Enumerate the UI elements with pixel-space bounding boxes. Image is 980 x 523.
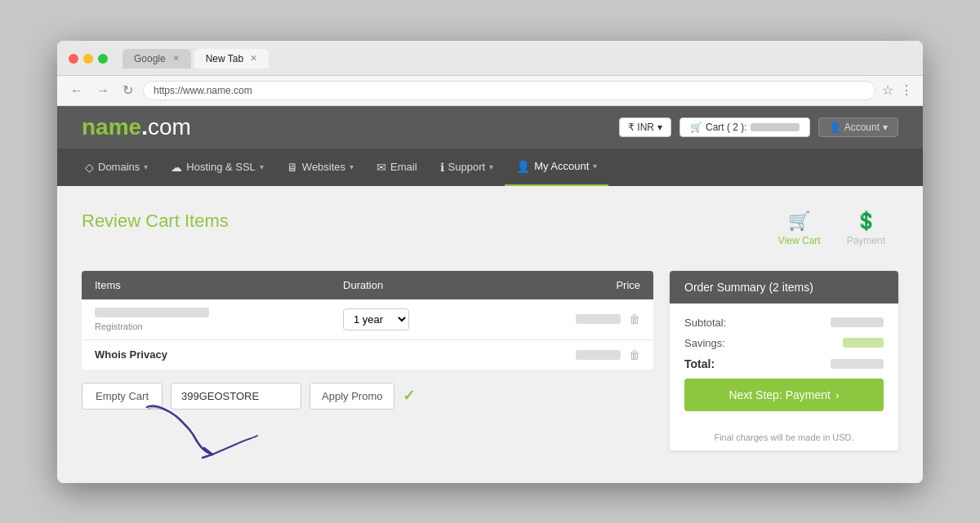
col-items: Items: [82, 271, 330, 299]
cart-item-1-duration-select[interactable]: 1 year 2 years 5 years: [343, 308, 409, 330]
cart-item-2-price-area: 🗑: [506, 348, 640, 361]
cart-item-2-price-blurred: [576, 350, 621, 360]
tab-newtab-label: New Tab: [206, 53, 243, 64]
subtotal-label: Subtotal:: [684, 317, 726, 329]
step-view-cart[interactable]: 🛒 View Cart: [765, 211, 834, 246]
domains-label: Domains: [98, 161, 140, 173]
site-nav: ◇ Domains ▾ ☁ Hosting & SSL ▾ 🖥 Websites…: [57, 148, 923, 186]
hosting-icon: ☁: [171, 161, 182, 174]
cart-label: Cart ( 2 ):: [706, 122, 747, 133]
toolbar-right-icons: ☆ ⋮: [882, 82, 913, 98]
address-bar[interactable]: https://www.name.com: [143, 81, 875, 100]
window-controls: [69, 54, 108, 64]
account-icon: 👤: [829, 122, 841, 133]
support-label: Support: [448, 161, 486, 173]
back-button[interactable]: ←: [67, 82, 87, 100]
hosting-chevron-icon: ▾: [260, 162, 264, 171]
cart-item-2-name-cell: Whois Privacy: [82, 339, 330, 370]
websites-chevron-icon: ▾: [350, 162, 354, 171]
hosting-label: Hosting & SSL: [186, 161, 256, 173]
account-button[interactable]: 👤 Account ▾: [818, 117, 898, 137]
forward-button[interactable]: →: [93, 82, 113, 100]
account-label: Account: [844, 122, 880, 133]
checkout-steps: 🛒 View Cart 💲 Payment: [765, 211, 898, 246]
step-payment[interactable]: 💲 Payment: [834, 211, 898, 246]
page-layout: Items Duration Price Registration: [82, 271, 898, 450]
sidebar-item-support[interactable]: ℹ Support ▾: [429, 149, 506, 185]
sidebar-item-websites[interactable]: 🖥 Websites ▾: [275, 149, 365, 185]
cart-table-header-row: Items Duration Price: [82, 271, 653, 299]
cart-item-2-duration-cell: [330, 339, 493, 370]
total-row: Total:: [684, 357, 884, 370]
cart-amount: [751, 123, 800, 131]
top-area: Review Cart Items 🛒 View Cart 💲 Payment: [82, 211, 898, 263]
sidebar-item-domains[interactable]: ◇ Domains ▾: [74, 149, 159, 185]
view-cart-step-icon: 🛒: [788, 211, 810, 232]
sidebar-item-email[interactable]: ✉ Email: [365, 149, 429, 185]
websites-icon: 🖥: [287, 161, 298, 174]
cart-item-2-delete-icon[interactable]: 🗑: [629, 348, 640, 361]
browser-toolbar: ← → ↻ https://www.name.com ☆ ⋮: [57, 76, 923, 106]
menu-icon[interactable]: ⋮: [900, 82, 913, 98]
websites-label: Websites: [302, 161, 345, 173]
logo-dot: .: [141, 114, 148, 140]
col-price: Price: [493, 271, 653, 299]
summary-note: Final charges will be made in USD.: [670, 432, 898, 450]
maximize-window-dot[interactable]: [98, 54, 108, 64]
cart-table: Items Duration Price Registration: [82, 271, 653, 370]
minimize-window-dot[interactable]: [83, 54, 93, 64]
payment-step-icon: 💲: [855, 211, 877, 232]
header-right: ₹ INR ▾ 🛒 Cart ( 2 ): 👤 Account ▾: [619, 117, 898, 137]
tab-newtab[interactable]: New Tab ✕: [194, 49, 269, 69]
next-step-chevron-icon: ›: [835, 388, 840, 401]
email-icon: ✉: [376, 161, 386, 174]
support-chevron-icon: ▾: [489, 162, 493, 171]
tab-google[interactable]: Google ✕: [122, 49, 191, 69]
savings-label: Savings:: [684, 337, 725, 349]
tab-google-close[interactable]: ✕: [172, 53, 180, 64]
domains-chevron-icon: ▾: [144, 162, 148, 171]
cart-item-2-name: Whois Privacy: [95, 348, 167, 361]
cart-item-1-price-cell: 🗑: [493, 299, 653, 340]
logo-com: com: [148, 114, 191, 140]
cart-actions: Empty Cart Apply Promo ✓: [82, 383, 653, 410]
cart-item-1-duration-cell: 1 year 2 years 5 years: [330, 299, 493, 340]
next-step-label: Next Step: Payment: [728, 388, 831, 401]
cart-icon: 🛒: [690, 122, 702, 133]
summary-header: Order Summary (2 items): [670, 271, 898, 304]
table-row: Whois Privacy 🗑: [82, 339, 653, 370]
cart-item-1-delete-icon[interactable]: 🗑: [629, 312, 640, 326]
summary-body: Subtotal: Savings: Total: Next Step: [670, 304, 898, 424]
support-icon: ℹ: [440, 161, 444, 174]
sidebar-item-hosting[interactable]: ☁ Hosting & SSL ▾: [159, 149, 275, 185]
account-chevron-icon: ▾: [883, 122, 888, 133]
savings-row: Savings:: [684, 337, 884, 349]
email-label: Email: [390, 161, 417, 173]
browser-titlebar: Google ✕ New Tab ✕: [57, 41, 923, 76]
browser-tabs: Google ✕ New Tab ✕: [122, 49, 269, 69]
sidebar-item-myaccount[interactable]: 👤 My Account ▾: [505, 148, 608, 186]
bookmark-icon[interactable]: ☆: [882, 82, 893, 98]
tab-newtab-close[interactable]: ✕: [250, 53, 257, 64]
myaccount-chevron-icon: ▾: [593, 162, 597, 171]
next-step-button[interactable]: Next Step: Payment ›: [684, 379, 884, 411]
apply-promo-button[interactable]: Apply Promo: [310, 383, 394, 410]
close-window-dot[interactable]: [69, 54, 78, 64]
browser-window: Google ✕ New Tab ✕ ← → ↻ https://www.nam…: [57, 41, 923, 483]
cart-item-1-sub: Registration: [95, 321, 317, 331]
address-text: https://www.name.com: [154, 85, 252, 96]
domains-icon: ◇: [85, 161, 94, 174]
summary-box: Order Summary (2 items) Subtotal: Saving…: [670, 271, 898, 450]
view-cart-step-label: View Cart: [778, 235, 821, 246]
cart-button[interactable]: 🛒 Cart ( 2 ):: [679, 117, 810, 137]
page-title: Review Cart Items: [82, 211, 229, 232]
logo[interactable]: name.com: [82, 114, 191, 140]
site-content: Review Cart Items 🛒 View Cart 💲 Payment …: [57, 186, 923, 483]
tab-google-label: Google: [134, 53, 166, 64]
promo-applied-checkmark: ✓: [403, 387, 415, 405]
refresh-button[interactable]: ↻: [119, 81, 136, 100]
subtotal-row: Subtotal:: [684, 317, 884, 329]
arrow-annotation: [131, 399, 261, 467]
cart-item-1-name-blurred: [95, 308, 209, 317]
currency-selector[interactable]: ₹ INR ▾: [619, 117, 671, 137]
